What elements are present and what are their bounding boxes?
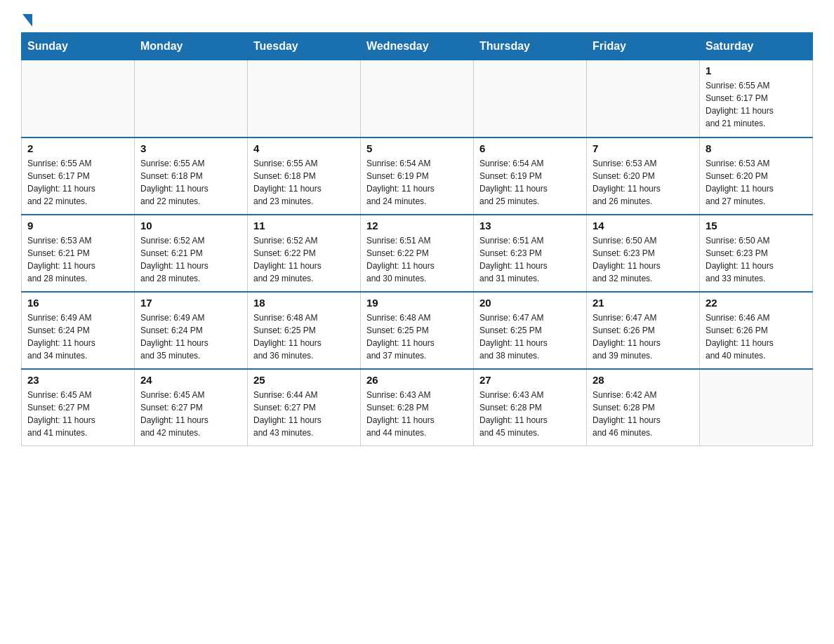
cell-day-info: Sunrise: 6:53 AM Sunset: 6:21 PM Dayligh… — [27, 234, 128, 285]
calendar-cell — [700, 369, 813, 446]
calendar-cell — [135, 60, 248, 137]
calendar-week-row: 16Sunrise: 6:49 AM Sunset: 6:24 PM Dayli… — [22, 292, 813, 369]
calendar-cell: 13Sunrise: 6:51 AM Sunset: 6:23 PM Dayli… — [474, 215, 587, 292]
logo — [21, 14, 32, 25]
calendar-week-row: 2Sunrise: 6:55 AM Sunset: 6:17 PM Daylig… — [22, 137, 813, 215]
cell-day-info: Sunrise: 6:55 AM Sunset: 6:18 PM Dayligh… — [140, 157, 241, 208]
cell-day-info: Sunrise: 6:44 AM Sunset: 6:27 PM Dayligh… — [253, 389, 355, 439]
calendar-cell: 19Sunrise: 6:48 AM Sunset: 6:25 PM Dayli… — [361, 292, 474, 369]
cell-day-info: Sunrise: 6:49 AM Sunset: 6:24 PM Dayligh… — [140, 311, 241, 362]
weekday-header-thursday: Thursday — [474, 33, 587, 60]
calendar-cell: 17Sunrise: 6:49 AM Sunset: 6:24 PM Dayli… — [135, 292, 248, 369]
cell-day-number: 24 — [140, 374, 241, 386]
calendar-cell: 27Sunrise: 6:43 AM Sunset: 6:28 PM Dayli… — [474, 369, 587, 446]
cell-day-number: 10 — [140, 220, 241, 232]
cell-day-number: 4 — [253, 142, 355, 154]
cell-day-info: Sunrise: 6:55 AM Sunset: 6:17 PM Dayligh… — [706, 79, 807, 130]
weekday-header-sunday: Sunday — [22, 33, 135, 60]
cell-day-number: 8 — [706, 142, 807, 154]
cell-day-number: 12 — [366, 220, 468, 232]
calendar-cell: 8Sunrise: 6:53 AM Sunset: 6:20 PM Daylig… — [700, 137, 813, 215]
calendar-cell: 7Sunrise: 6:53 AM Sunset: 6:20 PM Daylig… — [587, 137, 700, 215]
cell-day-info: Sunrise: 6:42 AM Sunset: 6:28 PM Dayligh… — [593, 389, 694, 439]
cell-day-number: 17 — [140, 297, 241, 309]
cell-day-info: Sunrise: 6:48 AM Sunset: 6:25 PM Dayligh… — [253, 311, 355, 362]
weekday-header-row: SundayMondayTuesdayWednesdayThursdayFrid… — [22, 33, 813, 60]
cell-day-info: Sunrise: 6:52 AM Sunset: 6:22 PM Dayligh… — [253, 234, 355, 285]
cell-day-number: 6 — [479, 142, 581, 154]
calendar-cell: 20Sunrise: 6:47 AM Sunset: 6:25 PM Dayli… — [474, 292, 587, 369]
cell-day-info: Sunrise: 6:46 AM Sunset: 6:26 PM Dayligh… — [706, 311, 807, 362]
cell-day-number: 3 — [140, 142, 241, 154]
cell-day-info: Sunrise: 6:47 AM Sunset: 6:26 PM Dayligh… — [593, 311, 694, 362]
calendar-week-row: 23Sunrise: 6:45 AM Sunset: 6:27 PM Dayli… — [22, 369, 813, 446]
cell-day-number: 25 — [253, 374, 355, 386]
cell-day-info: Sunrise: 6:45 AM Sunset: 6:27 PM Dayligh… — [27, 389, 128, 439]
cell-day-info: Sunrise: 6:54 AM Sunset: 6:19 PM Dayligh… — [479, 157, 581, 208]
cell-day-number: 14 — [593, 220, 694, 232]
calendar-cell: 26Sunrise: 6:43 AM Sunset: 6:28 PM Dayli… — [361, 369, 474, 446]
cell-day-info: Sunrise: 6:55 AM Sunset: 6:18 PM Dayligh… — [253, 157, 355, 208]
cell-day-number: 26 — [366, 374, 468, 386]
cell-day-info: Sunrise: 6:53 AM Sunset: 6:20 PM Dayligh… — [593, 157, 694, 208]
calendar-cell: 25Sunrise: 6:44 AM Sunset: 6:27 PM Dayli… — [248, 369, 361, 446]
cell-day-number: 7 — [593, 142, 694, 154]
cell-day-number: 9 — [27, 220, 128, 232]
calendar-cell: 4Sunrise: 6:55 AM Sunset: 6:18 PM Daylig… — [248, 137, 361, 215]
calendar-week-row: 9Sunrise: 6:53 AM Sunset: 6:21 PM Daylig… — [22, 215, 813, 292]
cell-day-info: Sunrise: 6:50 AM Sunset: 6:23 PM Dayligh… — [593, 234, 694, 285]
calendar-cell: 16Sunrise: 6:49 AM Sunset: 6:24 PM Dayli… — [22, 292, 135, 369]
cell-day-number: 21 — [593, 297, 694, 309]
cell-day-number: 11 — [253, 220, 355, 232]
calendar-cell: 12Sunrise: 6:51 AM Sunset: 6:22 PM Dayli… — [361, 215, 474, 292]
cell-day-info: Sunrise: 6:50 AM Sunset: 6:23 PM Dayligh… — [706, 234, 807, 285]
calendar-cell: 28Sunrise: 6:42 AM Sunset: 6:28 PM Dayli… — [587, 369, 700, 446]
cell-day-number: 18 — [253, 297, 355, 309]
calendar-cell — [587, 60, 700, 137]
cell-day-number: 5 — [366, 142, 468, 154]
cell-day-number: 22 — [706, 297, 807, 309]
cell-day-info: Sunrise: 6:51 AM Sunset: 6:23 PM Dayligh… — [479, 234, 581, 285]
calendar-cell: 5Sunrise: 6:54 AM Sunset: 6:19 PM Daylig… — [361, 137, 474, 215]
cell-day-info: Sunrise: 6:51 AM Sunset: 6:22 PM Dayligh… — [366, 234, 468, 285]
cell-day-number: 19 — [366, 297, 468, 309]
calendar-cell: 14Sunrise: 6:50 AM Sunset: 6:23 PM Dayli… — [587, 215, 700, 292]
weekday-header-wednesday: Wednesday — [361, 33, 474, 60]
calendar-cell: 23Sunrise: 6:45 AM Sunset: 6:27 PM Dayli… — [22, 369, 135, 446]
cell-day-info: Sunrise: 6:48 AM Sunset: 6:25 PM Dayligh… — [366, 311, 468, 362]
cell-day-info: Sunrise: 6:43 AM Sunset: 6:28 PM Dayligh… — [366, 389, 468, 439]
calendar-cell — [22, 60, 135, 137]
cell-day-info: Sunrise: 6:55 AM Sunset: 6:17 PM Dayligh… — [27, 157, 128, 208]
calendar-cell: 18Sunrise: 6:48 AM Sunset: 6:25 PM Dayli… — [248, 292, 361, 369]
cell-day-info: Sunrise: 6:52 AM Sunset: 6:21 PM Dayligh… — [140, 234, 241, 285]
calendar-cell: 9Sunrise: 6:53 AM Sunset: 6:21 PM Daylig… — [22, 215, 135, 292]
calendar-cell: 3Sunrise: 6:55 AM Sunset: 6:18 PM Daylig… — [135, 137, 248, 215]
cell-day-number: 2 — [27, 142, 128, 154]
logo-general-text — [21, 14, 32, 28]
cell-day-number: 16 — [27, 297, 128, 309]
calendar-cell: 1Sunrise: 6:55 AM Sunset: 6:17 PM Daylig… — [700, 60, 813, 137]
calendar-cell: 24Sunrise: 6:45 AM Sunset: 6:27 PM Dayli… — [135, 369, 248, 446]
calendar-cell: 15Sunrise: 6:50 AM Sunset: 6:23 PM Dayli… — [700, 215, 813, 292]
cell-day-info: Sunrise: 6:49 AM Sunset: 6:24 PM Dayligh… — [27, 311, 128, 362]
weekday-header-saturday: Saturday — [700, 33, 813, 60]
cell-day-number: 20 — [479, 297, 581, 309]
cell-day-number: 28 — [593, 374, 694, 386]
cell-day-number: 27 — [479, 374, 581, 386]
weekday-header-monday: Monday — [135, 33, 248, 60]
calendar-table: SundayMondayTuesdayWednesdayThursdayFrid… — [21, 32, 813, 446]
cell-day-number: 23 — [27, 374, 128, 386]
cell-day-info: Sunrise: 6:43 AM Sunset: 6:28 PM Dayligh… — [479, 389, 581, 439]
cell-day-number: 13 — [479, 220, 581, 232]
calendar-cell: 10Sunrise: 6:52 AM Sunset: 6:21 PM Dayli… — [135, 215, 248, 292]
calendar-cell — [248, 60, 361, 137]
cell-day-info: Sunrise: 6:47 AM Sunset: 6:25 PM Dayligh… — [479, 311, 581, 362]
logo-arrow-icon — [22, 14, 32, 27]
calendar-cell: 11Sunrise: 6:52 AM Sunset: 6:22 PM Dayli… — [248, 215, 361, 292]
calendar-cell — [474, 60, 587, 137]
calendar-week-row: 1Sunrise: 6:55 AM Sunset: 6:17 PM Daylig… — [22, 60, 813, 137]
calendar-cell: 2Sunrise: 6:55 AM Sunset: 6:17 PM Daylig… — [22, 137, 135, 215]
cell-day-info: Sunrise: 6:54 AM Sunset: 6:19 PM Dayligh… — [366, 157, 468, 208]
page-header — [21, 14, 813, 25]
calendar-cell: 21Sunrise: 6:47 AM Sunset: 6:26 PM Dayli… — [587, 292, 700, 369]
